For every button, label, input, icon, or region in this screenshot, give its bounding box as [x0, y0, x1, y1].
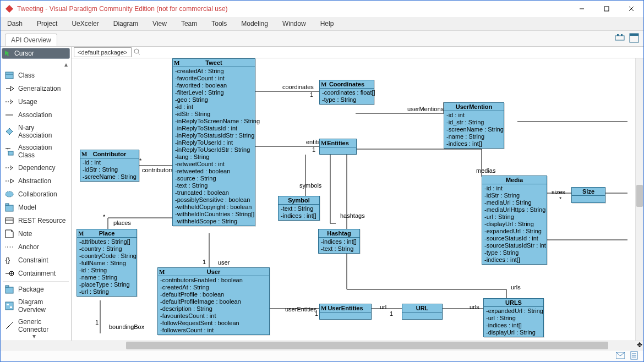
- svg-marker-29: [6, 230, 13, 238]
- label-hashtags: hashtags: [340, 212, 365, 219]
- hscroll-thumb[interactable]: [126, 342, 608, 349]
- svg-point-24: [6, 191, 13, 197]
- tab-api-overview[interactable]: API Overview: [5, 34, 57, 46]
- palette-item-association[interactable]: Association: [1, 108, 71, 122]
- palette-item-collaboration[interactable]: Collaboration: [1, 188, 71, 201]
- label-urls2: urls: [511, 284, 521, 290]
- label-one6: 1: [315, 310, 318, 317]
- svg-rect-25: [6, 205, 13, 211]
- class-coordinates[interactable]: MCoordinates -coordinates : float[]-type…: [319, 80, 374, 105]
- toolbar-icon-2[interactable]: [629, 33, 639, 45]
- class-contributor[interactable]: MContributor -id : int-idStr : String-sc…: [80, 150, 139, 182]
- palette-item-nary[interactable]: N-ary Association: [1, 122, 71, 141]
- class-hashtag[interactable]: Hashtag -indices : int[]-text : String: [318, 229, 360, 254]
- palette-more-icon[interactable]: ▾: [1, 332, 71, 341]
- palette-item-rest[interactable]: REST Resource: [1, 214, 71, 227]
- palette-item-model[interactable]: Model: [1, 201, 71, 214]
- svg-rect-6: [617, 34, 619, 36]
- vertical-scrollbar[interactable]: [635, 58, 643, 341]
- body: Cursor ▴ Class Generalization Usage Asso…: [1, 47, 643, 341]
- pan-icon[interactable]: ✥: [636, 341, 643, 349]
- label-one5: 1: [95, 319, 99, 326]
- palette-item-package[interactable]: Package: [1, 283, 71, 296]
- horizontal-scrollbar[interactable]: ✥: [1, 341, 643, 350]
- palette-item-diagram-overview[interactable]: Diagram Overview: [1, 296, 71, 316]
- palette-item-class[interactable]: Class: [1, 69, 71, 82]
- svg-point-46: [134, 49, 139, 53]
- statusbar: [1, 350, 643, 361]
- svg-rect-27: [6, 218, 13, 223]
- menu-modeling[interactable]: Modeling: [241, 20, 268, 28]
- label-star2: *: [103, 213, 105, 220]
- label-urls: urls: [470, 304, 479, 310]
- svg-text:{}: {}: [6, 256, 10, 264]
- label-one4: 1: [390, 310, 393, 317]
- palette-item-note[interactable]: Note: [1, 227, 71, 240]
- label-star3: *: [559, 196, 561, 202]
- palette-collapse-icon[interactable]: ▴: [1, 60, 71, 69]
- class-place[interactable]: MPlace -attributes : String[]-country : …: [77, 229, 137, 297]
- menu-dash[interactable]: Dash: [7, 20, 23, 28]
- menu-view[interactable]: View: [152, 20, 167, 28]
- palette-item-containment[interactable]: Containment: [1, 267, 71, 280]
- svg-marker-17: [6, 128, 13, 135]
- svg-marker-10: [5, 51, 10, 56]
- class-url[interactable]: URL: [402, 304, 443, 320]
- label-one: 1: [310, 91, 313, 98]
- label-places: places: [113, 220, 131, 226]
- menu-window[interactable]: Window: [282, 20, 306, 28]
- menu-uexceler[interactable]: UeXceler: [72, 20, 99, 28]
- breadcrumb-package[interactable]: <default package>: [74, 47, 132, 57]
- palette-item-anchor[interactable]: Anchor: [1, 240, 71, 254]
- class-size[interactable]: Size: [571, 187, 605, 203]
- status-doc-icon[interactable]: [630, 351, 638, 361]
- class-entities[interactable]: MEntities: [319, 139, 357, 155]
- label-user: user: [218, 259, 230, 266]
- close-button[interactable]: [619, 1, 643, 17]
- svg-rect-11: [6, 72, 13, 79]
- menu-team[interactable]: Team: [181, 20, 197, 28]
- maximize-button[interactable]: [594, 1, 619, 17]
- class-userentities[interactable]: MUserEntities: [319, 304, 372, 320]
- class-usermention[interactable]: UserMention -id : int-id_str : String-sc…: [444, 102, 504, 149]
- palette-cursor[interactable]: Cursor: [2, 48, 70, 59]
- svg-rect-2: [604, 7, 609, 11]
- svg-rect-5: [615, 36, 624, 40]
- status-mail-icon[interactable]: [616, 352, 625, 360]
- svg-rect-26: [6, 204, 9, 205]
- label-boundingbox: boundingBox: [109, 323, 144, 330]
- palette-item-generic-connector[interactable]: Generic Connector: [1, 316, 71, 332]
- titlebar: Tweeting - Visual Paradigm Community Edi…: [1, 1, 643, 17]
- label-url: url: [380, 304, 386, 310]
- class-user[interactable]: MUser -contributorsEnabled : boolean-cre…: [157, 267, 270, 335]
- class-symbol[interactable]: Symbol -text : String-indices : int[]: [278, 196, 320, 221]
- toolbar-icon-1[interactable]: [615, 33, 625, 45]
- menu-help[interactable]: Help: [320, 20, 334, 28]
- window-title: Tweeting - Visual Paradigm Community Edi…: [17, 5, 569, 13]
- menu-project[interactable]: Project: [37, 20, 57, 28]
- label-sizes: sizes: [552, 189, 565, 195]
- class-media[interactable]: Media -id : int-idStr : String-mediaUrl …: [482, 175, 547, 265]
- label-one2: 1: [312, 146, 315, 153]
- label-userentities: userEntities: [285, 306, 316, 312]
- svg-rect-7: [621, 34, 623, 36]
- search-icon[interactable]: [134, 48, 140, 57]
- minimize-button[interactable]: [569, 1, 594, 17]
- palette-item-usage[interactable]: Usage: [1, 95, 71, 108]
- palette-item-generalization[interactable]: Generalization: [1, 82, 71, 95]
- label-one3: 1: [203, 259, 206, 265]
- diagram-canvas[interactable]: coordinates 1 * contributors * places en…: [72, 58, 643, 341]
- menu-tools[interactable]: Tools: [211, 20, 227, 28]
- svg-marker-0: [6, 5, 13, 13]
- palette-item-constraint[interactable]: {}Constraint: [1, 254, 71, 267]
- class-tweet-attrs: -createdAt : String-favoriteCount : int-…: [173, 67, 255, 226]
- palette-item-assoc-class[interactable]: Association Class: [1, 141, 71, 161]
- class-urls[interactable]: URLS -expandedUrl : String-url : String-…: [483, 298, 544, 337]
- canvas-wrap: <default package>: [72, 47, 643, 341]
- vscroll-thumb[interactable]: [636, 185, 643, 207]
- class-tweet[interactable]: MTweet -createdAt : String-favoriteCount…: [172, 58, 255, 226]
- palette-item-abstraction[interactable]: Abstraction: [1, 174, 71, 188]
- menu-diagram[interactable]: Diagram: [113, 20, 138, 28]
- palette-item-dependency[interactable]: Dependency: [1, 161, 71, 174]
- label-symbols: symbols: [299, 182, 321, 189]
